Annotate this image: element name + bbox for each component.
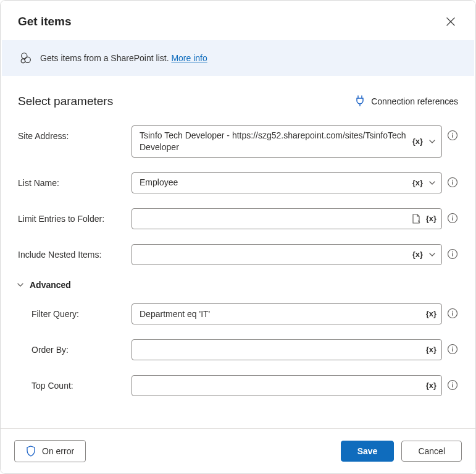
- list-name-value: Employee: [140, 177, 407, 188]
- label-include-nested: Include Nested Items:: [18, 244, 123, 260]
- info-icon[interactable]: [447, 308, 458, 319]
- close-button[interactable]: [443, 14, 458, 29]
- section-header: Select parameters Connection references: [18, 95, 458, 108]
- svg-rect-11: [452, 217, 453, 220]
- svg-point-0: [22, 53, 27, 59]
- dynamic-content-button[interactable]: {x}: [426, 381, 436, 390]
- top-count-field[interactable]: [140, 381, 421, 391]
- svg-point-10: [452, 215, 453, 216]
- svg-point-22: [452, 382, 453, 383]
- info-icon[interactable]: [447, 177, 458, 188]
- filter-query-input[interactable]: {x}: [132, 303, 442, 324]
- row-site-address: Site Address: Tsinfo Tech Developer - ht…: [18, 125, 458, 158]
- dialog-title: Get items: [18, 15, 72, 28]
- site-address-value: Tsinfo Tech Developer - https://szg52.sh…: [140, 130, 407, 153]
- svg-rect-5: [452, 135, 453, 138]
- row-order-by: Order By: {x}: [18, 339, 458, 360]
- file-picker-icon[interactable]: [411, 213, 421, 224]
- row-include-nested: Include Nested Items: {x}: [18, 244, 458, 265]
- advanced-label: Advanced: [30, 280, 71, 290]
- chevron-down-icon[interactable]: [428, 179, 436, 187]
- label-filter-query: Filter Query:: [18, 303, 123, 319]
- dialog-body: Select parameters Connection references …: [1, 76, 475, 428]
- include-nested-dropdown[interactable]: {x}: [132, 244, 442, 265]
- row-list-name: List Name: Employee {x}: [18, 172, 458, 193]
- info-banner-text: Gets items from a SharePoint list. More …: [40, 53, 207, 63]
- top-count-input[interactable]: {x}: [132, 375, 442, 396]
- cancel-button[interactable]: Cancel: [401, 441, 462, 462]
- svg-rect-20: [452, 348, 453, 351]
- save-button[interactable]: Save: [341, 441, 395, 462]
- row-filter-query: Filter Query: {x}: [18, 303, 458, 324]
- limit-folder-input[interactable]: {x}: [132, 208, 442, 229]
- sharepoint-icon: [19, 51, 33, 65]
- info-icon[interactable]: [447, 213, 458, 224]
- plug-icon: [355, 95, 365, 108]
- filter-query-field[interactable]: [140, 309, 421, 319]
- dynamic-content-button[interactable]: {x}: [412, 137, 423, 146]
- on-error-button[interactable]: On error: [14, 440, 86, 462]
- svg-point-19: [452, 346, 453, 347]
- svg-rect-8: [452, 181, 453, 184]
- on-error-label: On error: [42, 446, 74, 456]
- banner-description: Gets items from a SharePoint list.: [40, 53, 169, 63]
- more-info-link[interactable]: More info: [171, 53, 207, 63]
- close-icon: [446, 17, 456, 27]
- chevron-down-icon: [16, 281, 25, 289]
- connection-references-label: Connection references: [371, 96, 458, 106]
- dynamic-content-button[interactable]: {x}: [426, 214, 436, 223]
- connection-references-link[interactable]: Connection references: [355, 95, 458, 108]
- row-limit-folder: Limit Entries to Folder: {x}: [18, 208, 458, 229]
- svg-point-2: [21, 59, 25, 62]
- svg-rect-14: [452, 253, 453, 256]
- info-icon[interactable]: [447, 379, 458, 391]
- info-icon[interactable]: [447, 344, 458, 355]
- svg-rect-23: [452, 384, 453, 387]
- label-limit-folder: Limit Entries to Folder:: [18, 208, 123, 224]
- shield-icon: [26, 446, 36, 457]
- label-order-by: Order By:: [18, 339, 123, 355]
- limit-folder-field[interactable]: [140, 214, 406, 224]
- label-site-address: Site Address:: [18, 125, 123, 141]
- order-by-field[interactable]: [140, 345, 421, 355]
- list-name-dropdown[interactable]: Employee {x}: [132, 172, 442, 193]
- info-banner: Gets items from a SharePoint list. More …: [2, 40, 474, 76]
- svg-point-13: [452, 251, 453, 252]
- svg-rect-17: [452, 312, 453, 315]
- section-title: Select parameters: [18, 95, 113, 108]
- info-icon[interactable]: [447, 130, 458, 141]
- order-by-input[interactable]: {x}: [132, 339, 442, 360]
- dynamic-content-button[interactable]: {x}: [426, 309, 436, 318]
- dynamic-content-button[interactable]: {x}: [426, 345, 436, 354]
- svg-point-1: [25, 57, 30, 62]
- dialog-footer: On error Save Cancel: [1, 428, 475, 473]
- info-icon[interactable]: [447, 248, 458, 260]
- advanced-section: Filter Query: {x} Order By:: [18, 303, 458, 396]
- svg-point-16: [452, 310, 453, 311]
- dynamic-content-button[interactable]: {x}: [412, 178, 423, 187]
- dynamic-content-button[interactable]: {x}: [412, 250, 423, 259]
- chevron-down-icon[interactable]: [428, 250, 436, 259]
- dialog-header: Get items: [1, 1, 475, 40]
- label-list-name: List Name:: [18, 172, 123, 188]
- dialog: Get items Gets items from a SharePoint l…: [0, 0, 476, 474]
- chevron-down-icon[interactable]: [428, 137, 436, 146]
- svg-point-4: [452, 133, 453, 134]
- label-top-count: Top Count:: [18, 375, 123, 391]
- advanced-toggle[interactable]: Advanced: [16, 280, 458, 290]
- row-top-count: Top Count: {x}: [18, 375, 458, 396]
- svg-point-7: [452, 179, 453, 180]
- site-address-dropdown[interactable]: Tsinfo Tech Developer - https://szg52.sh…: [132, 125, 442, 158]
